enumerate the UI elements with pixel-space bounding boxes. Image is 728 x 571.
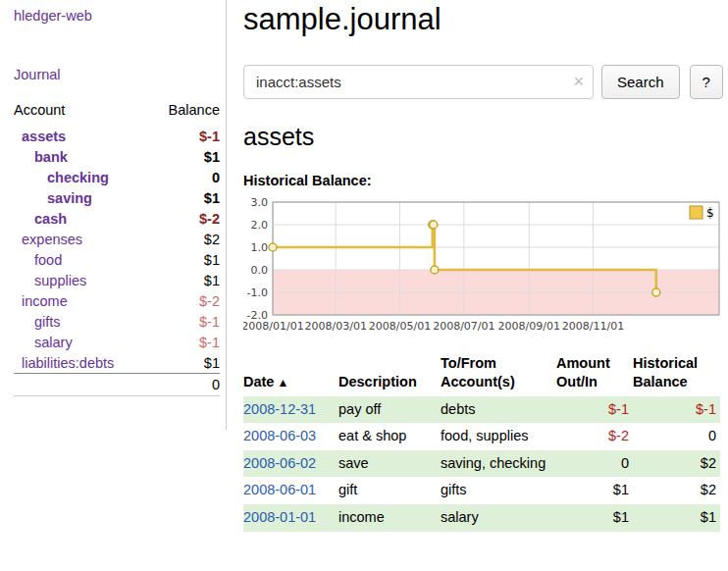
transaction-amount: $-1 bbox=[556, 396, 633, 424]
account-link[interactable]: expenses bbox=[14, 232, 82, 247]
transaction-balance: $-1 bbox=[633, 396, 720, 424]
account-link[interactable]: checking bbox=[14, 170, 109, 185]
account-row: supplies$1 bbox=[14, 270, 220, 290]
svg-text:2.0: 2.0 bbox=[251, 219, 269, 232]
transaction-accounts: food, supplies bbox=[441, 423, 556, 450]
transaction-description: eat & shop bbox=[338, 423, 441, 450]
transaction-accounts: gifts bbox=[441, 477, 556, 504]
account-balance: $1 bbox=[150, 270, 220, 290]
account-balance: $1 bbox=[150, 352, 220, 374]
data-point-marker bbox=[431, 266, 439, 274]
accounts-table-body: assets$-1bank$1checking0saving$1cash$-2e… bbox=[14, 126, 220, 374]
account-link[interactable]: food bbox=[14, 252, 62, 268]
account-row: salary$-1 bbox=[14, 332, 220, 352]
svg-text:3.0: 3.0 bbox=[251, 196, 269, 209]
transaction-date-link[interactable]: 2008-06-02 bbox=[243, 455, 316, 471]
chart-heading: Historical Balance: bbox=[243, 173, 726, 188]
account-link[interactable]: assets bbox=[14, 129, 66, 144]
transaction-description: gift bbox=[338, 477, 441, 504]
account-balance: $-1 bbox=[150, 126, 220, 146]
main-content: sample.journal × Search ? assets Histori… bbox=[227, 0, 728, 532]
account-row: gifts$-1 bbox=[14, 311, 220, 332]
account-balance: $-2 bbox=[150, 290, 220, 311]
account-balance: $-1 bbox=[150, 311, 220, 332]
account-row: income$-2 bbox=[14, 290, 220, 311]
journal-link[interactable]: Journal bbox=[14, 67, 61, 82]
account-balance: 0 bbox=[150, 167, 220, 187]
account-balance: $-2 bbox=[150, 208, 220, 229]
help-button[interactable]: ? bbox=[690, 65, 723, 99]
register-table-body: 2008-12-31pay offdebts$-1$-12008-06-03ea… bbox=[243, 396, 720, 532]
transaction-date-link[interactable]: 2008-01-01 bbox=[243, 509, 316, 525]
transaction-row: 2008-06-01giftgifts$1$2 bbox=[243, 477, 720, 504]
svg-text:-1.0: -1.0 bbox=[247, 286, 268, 299]
transaction-date-cell: 2008-06-02 bbox=[243, 450, 338, 478]
transaction-date-link[interactable]: 2008-12-31 bbox=[243, 401, 316, 417]
svg-text:2008/09/01: 2008/09/01 bbox=[498, 320, 560, 333]
account-row: saving$1 bbox=[14, 187, 220, 208]
transaction-row: 2008-06-02savesaving, checking0$2 bbox=[243, 450, 720, 478]
accounts-header-account: Account bbox=[14, 100, 150, 126]
transaction-accounts: saving, checking bbox=[441, 450, 556, 478]
transaction-date-link[interactable]: 2008-06-01 bbox=[243, 482, 316, 497]
transaction-row: 2008-01-01incomesalary$1$1 bbox=[243, 504, 720, 532]
account-row: food$1 bbox=[14, 249, 220, 270]
transaction-row: 2008-12-31pay offdebts$-1$-1 bbox=[243, 396, 720, 424]
account-balance: $1 bbox=[150, 187, 220, 208]
account-balance: $-1 bbox=[150, 332, 220, 352]
register-table: Date▲ Description To/From Account(s) Amo… bbox=[243, 352, 720, 532]
transaction-amount: $1 bbox=[556, 477, 633, 504]
register-header-balance: Historical Balance bbox=[633, 352, 720, 396]
account-link[interactable]: salary bbox=[14, 335, 73, 350]
account-link[interactable]: bank bbox=[14, 149, 68, 165]
account-link[interactable]: saving bbox=[14, 190, 92, 206]
account-link[interactable]: cash bbox=[14, 211, 67, 227]
svg-text:2008/05/01: 2008/05/01 bbox=[369, 320, 431, 333]
account-balance: $1 bbox=[150, 146, 220, 167]
svg-text:2008/07/01: 2008/07/01 bbox=[433, 320, 494, 333]
svg-text:2008/03/01: 2008/03/01 bbox=[305, 320, 367, 333]
accounts-table: Account Balance assets$-1bank$1checking0… bbox=[14, 100, 220, 396]
account-row: bank$1 bbox=[14, 146, 220, 167]
transaction-accounts: debts bbox=[441, 396, 556, 424]
transaction-amount: 0 bbox=[556, 450, 633, 478]
transaction-amount: $1 bbox=[556, 504, 633, 532]
account-row: checking0 bbox=[14, 167, 220, 187]
sort-asc-icon: ▲ bbox=[277, 376, 288, 389]
svg-text:0.0: 0.0 bbox=[251, 264, 269, 277]
register-header-date[interactable]: Date▲ bbox=[243, 352, 338, 396]
register-header-accounts: To/From Account(s) bbox=[441, 352, 556, 396]
account-link[interactable]: income bbox=[14, 293, 68, 309]
page-title: sample.journal bbox=[243, 2, 726, 37]
search-form: × Search ? bbox=[243, 65, 726, 99]
search-button[interactable]: Search bbox=[601, 65, 680, 99]
svg-text:2008/01/01: 2008/01/01 bbox=[243, 320, 304, 333]
accounts-total-value: 0 bbox=[14, 374, 220, 396]
transaction-date-link[interactable]: 2008-06-03 bbox=[243, 428, 316, 443]
accounts-total-row: 0 bbox=[14, 374, 220, 396]
account-link[interactable]: supplies bbox=[14, 273, 86, 288]
account-row: expenses$2 bbox=[14, 229, 220, 249]
search-input[interactable] bbox=[243, 65, 594, 99]
transaction-description: income bbox=[338, 504, 441, 532]
account-row: liabilities:debts$1 bbox=[14, 352, 220, 374]
transaction-description: save bbox=[338, 450, 441, 478]
transaction-accounts: salary bbox=[441, 504, 556, 532]
svg-text:1.0: 1.0 bbox=[251, 241, 269, 254]
account-link[interactable]: gifts bbox=[14, 314, 61, 330]
register-header-amount: Amount Out/In bbox=[556, 352, 633, 396]
transaction-date-cell: 2008-01-01 bbox=[243, 504, 338, 532]
legend-label: $ bbox=[706, 206, 714, 220]
app-title-link[interactable]: hledger-web bbox=[14, 8, 92, 24]
transaction-balance: $1 bbox=[633, 504, 720, 532]
clear-search-icon[interactable]: × bbox=[573, 71, 584, 92]
data-point-marker bbox=[652, 288, 660, 296]
account-link[interactable]: liabilities:debts bbox=[14, 355, 114, 371]
data-point-marker bbox=[430, 221, 438, 229]
data-point-marker bbox=[269, 243, 277, 251]
transaction-row: 2008-06-03eat & shopfood, supplies$-20 bbox=[243, 423, 720, 450]
register-header-description: Description bbox=[338, 352, 441, 396]
transaction-amount: $-2 bbox=[556, 423, 633, 450]
transaction-date-cell: 2008-06-03 bbox=[243, 423, 338, 450]
transaction-date-cell: 2008-06-01 bbox=[243, 477, 338, 504]
